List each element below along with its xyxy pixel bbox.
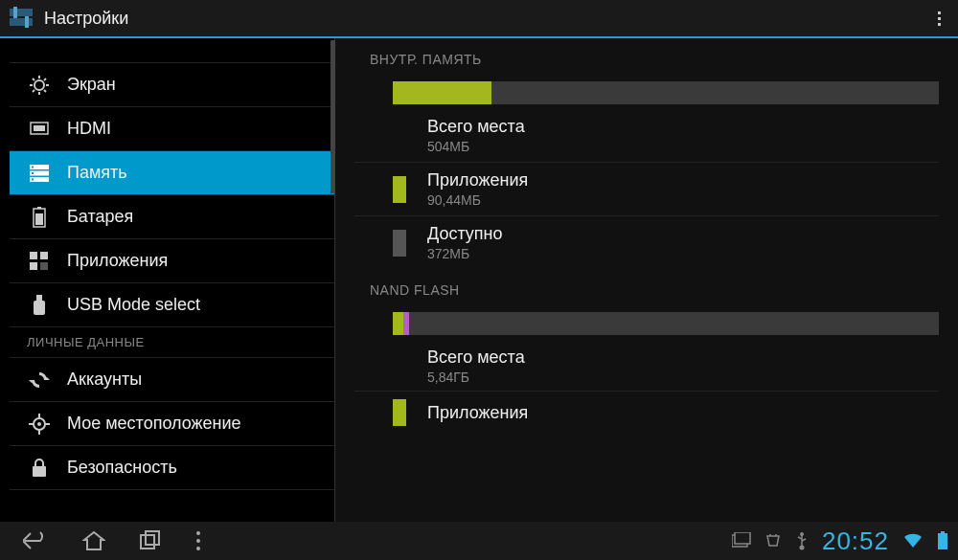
action-bar: Настройки: [0, 0, 958, 38]
section-internal-title: ВНУТР. ПАМЯТЬ: [354, 38, 939, 77]
bar-seg-2: [403, 312, 409, 335]
back-button[interactable]: [23, 530, 48, 551]
svg-rect-50: [938, 533, 947, 549]
row-apps-nand[interactable]: Приложения: [354, 391, 939, 434]
svg-rect-3: [25, 16, 29, 28]
swatch-apps: [393, 176, 406, 203]
apps-icon: [27, 252, 52, 271]
sidebar-item-label: Аккаунты: [67, 370, 142, 390]
sidebar-section-personal: ЛИЧНЫЕ ДАННЫЕ: [10, 327, 334, 358]
sidebar-item-display[interactable]: Экран: [10, 63, 334, 107]
svg-rect-26: [30, 262, 37, 270]
svg-rect-0: [10, 9, 33, 16]
sync-icon: [27, 370, 52, 391]
svg-point-41: [196, 531, 200, 535]
svg-rect-23: [35, 213, 43, 225]
lock-icon: [27, 459, 52, 478]
svg-rect-29: [34, 301, 45, 315]
status-clock[interactable]: 20:52: [822, 526, 889, 556]
sidebar-item-security[interactable]: Безопасность: [10, 446, 334, 490]
sidebar-item-label: Память: [67, 163, 127, 183]
usb-icon: [27, 295, 52, 316]
section-nand-title: NAND FLASH: [354, 269, 939, 307]
battery-status-icon: [937, 531, 948, 550]
sidebar-item-label: Экран: [67, 75, 116, 95]
svg-rect-40: [146, 531, 159, 545]
row-apps-internal[interactable]: Приложения 90,44МБ: [354, 162, 939, 215]
svg-rect-19: [32, 172, 34, 174]
sidebar-item-hdmi[interactable]: HDMI: [10, 107, 334, 151]
swatch-none: [393, 123, 406, 149]
usb-notif-icon[interactable]: [795, 531, 809, 550]
settings-icon: [8, 5, 34, 32]
svg-rect-49: [941, 531, 945, 533]
row-label: Приложения: [427, 403, 528, 423]
svg-point-33: [37, 422, 41, 426]
recent-apps-button[interactable]: [140, 530, 161, 551]
row-label: Доступно: [427, 224, 503, 244]
page-title: Настройки: [44, 9, 128, 29]
swatch-avail: [393, 230, 406, 257]
svg-rect-1: [10, 18, 33, 26]
sidebar-item-storage[interactable]: Память: [10, 151, 334, 195]
battery-icon: [27, 207, 52, 228]
bar-seg-apps: [393, 81, 491, 104]
sidebar-item-cut[interactable]: [10, 38, 334, 63]
menu-button[interactable]: [195, 530, 201, 551]
row-value: 372МБ: [427, 246, 503, 261]
sidebar-item-label: Мое местоположение: [67, 414, 241, 434]
storage-content: ВНУТР. ПАМЯТЬ Всего места 504МБ Приложен…: [335, 38, 958, 522]
svg-point-42: [196, 539, 200, 543]
hdmi-icon: [27, 122, 52, 137]
svg-line-10: [44, 90, 46, 92]
sidebar-item-label: Приложения: [67, 251, 168, 271]
nand-usage-bar: [354, 307, 939, 340]
row-total-nand[interactable]: Всего места 5,84ГБ: [354, 340, 939, 392]
bar-seg-1: [393, 312, 403, 335]
swatch-none: [393, 353, 406, 380]
swatch-apps: [393, 399, 406, 426]
display-icon: [27, 76, 52, 95]
notification-icon[interactable]: [732, 532, 751, 549]
svg-rect-14: [34, 125, 45, 131]
row-label: Всего места: [427, 117, 525, 137]
sidebar-item-label: HDMI: [67, 119, 111, 139]
storage-icon: [27, 165, 52, 182]
sidebar-item-label: Безопасность: [67, 458, 177, 478]
svg-point-48: [799, 546, 804, 550]
sidebar-item-location[interactable]: Мое местоположение: [10, 402, 334, 446]
svg-rect-2: [13, 7, 17, 18]
wifi-icon: [902, 532, 924, 549]
svg-rect-25: [40, 252, 48, 259]
home-button[interactable]: [82, 530, 105, 551]
download-icon[interactable]: [764, 532, 782, 549]
sidebar-item-usb[interactable]: USB Mode select: [10, 283, 334, 327]
sidebar-item-battery[interactable]: Батарея: [10, 195, 334, 239]
row-available-internal[interactable]: Доступно 372МБ: [354, 215, 939, 269]
svg-rect-18: [32, 166, 34, 168]
svg-point-43: [196, 547, 200, 550]
svg-rect-20: [32, 178, 34, 180]
overflow-menu-button[interactable]: [927, 7, 950, 30]
svg-point-4: [34, 80, 44, 90]
svg-line-12: [33, 90, 34, 92]
sidebar-item-label: Батарея: [67, 207, 133, 227]
row-label: Всего места: [427, 347, 525, 368]
svg-line-9: [33, 78, 34, 80]
svg-rect-39: [141, 535, 154, 549]
sidebar-item-apps[interactable]: Приложения: [10, 239, 334, 283]
settings-sidebar: Экран HDMI Память Батарея Приложения: [0, 38, 335, 522]
svg-rect-27: [40, 262, 48, 270]
row-total-internal[interactable]: Всего места 504МБ: [354, 109, 939, 162]
row-value: 90,44МБ: [427, 192, 528, 208]
svg-rect-24: [30, 252, 37, 259]
svg-rect-28: [36, 295, 42, 301]
svg-rect-38: [33, 466, 46, 477]
sidebar-item-accounts[interactable]: Аккаунты: [10, 358, 334, 402]
svg-rect-45: [735, 532, 750, 544]
svg-line-11: [44, 78, 46, 80]
internal-usage-bar: [354, 77, 939, 109]
sidebar-item-label: USB Mode select: [67, 295, 200, 315]
sidebar-scrollbar[interactable]: [331, 40, 335, 193]
row-value: 5,84ГБ: [427, 370, 525, 385]
